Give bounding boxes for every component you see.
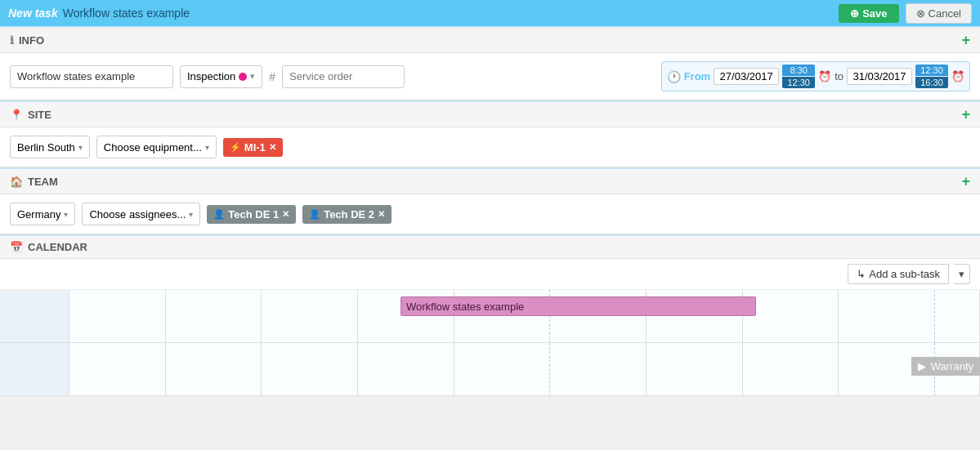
cal-cell-r1c4 [262, 290, 358, 343]
subtask-arrow-icon: ↳ [857, 268, 866, 280]
to-date[interactable]: 31/03/2017 [847, 68, 912, 85]
info-section: ℹ INFO + Inspection ▾ # 🕐 From 27/03/201… [0, 26, 980, 100]
site-body: Berlin South ▾ Choose equipment... ▾ ⚡ M… [0, 127, 980, 167]
inspection-color-dot [239, 73, 247, 81]
cal-cell-r1c1 [0, 290, 69, 343]
calendar-icon: 📅 [10, 241, 23, 253]
inspection-chevron-icon: ▾ [250, 71, 255, 82]
cal-cell-r2c2 [69, 343, 166, 396]
mi1-remove-button[interactable]: ✕ [269, 142, 276, 153]
tech2-remove-button[interactable]: ✕ [378, 209, 385, 220]
lightning-icon: ⚡ [230, 142, 241, 153]
team-body: Germany ▾ Choose assignees... ▾ 👤 Tech D… [0, 194, 980, 234]
info-icon: ℹ [10, 34, 14, 47]
location-label: Berlin South [17, 141, 75, 154]
team-section: 🏠 TEAM + Germany ▾ Choose assignees... ▾… [0, 167, 980, 234]
site-pin-icon: 📍 [10, 109, 23, 121]
equipment-placeholder: Choose equipment... [104, 141, 202, 154]
inspection-label: Inspection [187, 70, 235, 82]
header-actions: ⊕ Save ⊗ Cancel [839, 3, 972, 24]
tech1-label: Tech DE 1 [228, 208, 279, 221]
tech2-label: Tech DE 2 [324, 208, 374, 221]
team-section-header: 🏠 TEAM + [0, 167, 980, 194]
cal-cell-r1c11 [935, 290, 980, 343]
datetime-widget: 🕐 From 27/03/2017 8:30 12:30 ⏰ to 31/03/… [661, 61, 970, 91]
warranty-label: Warranty [931, 360, 973, 372]
team-add-button[interactable]: + [961, 174, 970, 189]
calendar-section: 📅 CALENDAR ↳ Add a sub-task ▾ [0, 234, 980, 396]
task-name-input[interactable] [10, 65, 173, 88]
cal-cell-r2c9 [743, 343, 839, 396]
warranty-area: ▶ Warranty [911, 357, 980, 376]
mi1-label: MI-1 [244, 141, 266, 154]
inspection-dropdown[interactable]: Inspection ▾ [180, 65, 262, 88]
tech2-tag: 👤 Tech DE 2 ✕ [302, 205, 392, 224]
team-title: 🏠 TEAM [10, 176, 58, 188]
cal-cell-r2c4 [262, 343, 358, 396]
country-label: Germany [17, 208, 60, 221]
add-subtask-button[interactable]: ↳ Add a sub-task [848, 264, 949, 284]
info-section-header: ℹ INFO + [0, 26, 980, 53]
calendar-section-header: 📅 CALENDAR [0, 234, 980, 259]
to-label: to [835, 70, 844, 82]
cal-cell-r1c10 [839, 290, 935, 343]
equipment-dropdown[interactable]: Choose equipment... ▾ [96, 136, 217, 158]
cal-cell-r2c7 [550, 343, 647, 396]
warranty-arrow-right-icon: ▶ [918, 360, 926, 372]
service-order-input[interactable] [282, 65, 405, 88]
cal-cell-r1c9 [743, 290, 839, 343]
app-header: New task Workflow states example ⊕ Save … [0, 0, 980, 26]
calendar-task-bar[interactable]: Workflow states example [401, 296, 756, 316]
info-title: ℹ INFO [10, 34, 44, 47]
site-section-header: 📍 SITE + [0, 100, 980, 127]
save-button[interactable]: ⊕ Save [839, 4, 898, 23]
to-time-top[interactable]: 12:30 [915, 65, 948, 76]
location-chevron-icon: ▾ [78, 143, 83, 152]
from-time-top[interactable]: 8:30 [782, 65, 815, 76]
tech1-remove-button[interactable]: ✕ [282, 209, 289, 220]
warranty-badge: ▶ Warranty [911, 357, 980, 376]
clock-left-icon: 🕐 [667, 70, 681, 83]
assignees-placeholder: Choose assignees... [89, 208, 186, 221]
cal-cell-r2c1 [0, 343, 69, 396]
task-subtitle: Workflow states example [63, 7, 190, 20]
from-time-bottom[interactable]: 12:30 [782, 77, 815, 88]
cal-cell-r2c5 [358, 343, 454, 396]
location-dropdown[interactable]: Berlin South ▾ [10, 136, 90, 158]
mi1-tag: ⚡ MI-1 ✕ [223, 138, 283, 157]
from-time-stack: 8:30 12:30 [782, 65, 815, 88]
assignees-chevron-icon: ▾ [189, 210, 193, 219]
cancel-icon: ⊗ [916, 7, 925, 20]
info-body: Inspection ▾ # 🕐 From 27/03/2017 8:30 12… [0, 53, 980, 100]
calendar-title: 📅 CALENDAR [10, 241, 87, 253]
cal-cell-r2c6 [454, 343, 551, 396]
save-plus-icon: ⊕ [850, 7, 859, 20]
cal-cell-r1c2 [69, 290, 166, 343]
site-add-button[interactable]: + [961, 107, 970, 122]
country-dropdown[interactable]: Germany ▾ [10, 203, 75, 225]
hash-symbol: # [269, 70, 275, 83]
calendar-grid: Workflow states example ▶ Warranty [0, 290, 980, 396]
from-date[interactable]: 27/03/2017 [714, 68, 779, 85]
new-task-label: New task [8, 7, 58, 20]
to-time-bottom[interactable]: 16:30 [915, 77, 948, 88]
header-title-area: New task Workflow states example [8, 7, 190, 20]
to-clock-icon: ⏰ [951, 70, 964, 82]
calendar-toolbar: ↳ Add a sub-task ▾ [0, 259, 980, 290]
site-title: 📍 SITE [10, 109, 51, 121]
calendar-task-label: Workflow states example [406, 301, 524, 313]
cancel-button[interactable]: ⊗ Cancel [906, 3, 972, 24]
site-section: 📍 SITE + Berlin South ▾ Choose equipment… [0, 100, 980, 167]
from-label: From [684, 70, 711, 82]
to-time-stack: 12:30 16:30 [915, 65, 948, 88]
info-add-button[interactable]: + [961, 33, 970, 47]
add-subtask-dropdown-button[interactable]: ▾ [954, 264, 970, 284]
user2-icon: 👤 [309, 209, 320, 220]
team-house-icon: 🏠 [10, 176, 23, 188]
from-clock-icon: ⏰ [818, 70, 831, 82]
equipment-chevron-icon: ▾ [205, 143, 209, 152]
assignees-dropdown[interactable]: Choose assignees... ▾ [82, 203, 200, 225]
user1-icon: 👤 [213, 209, 225, 220]
cal-cell-r2c8 [647, 343, 743, 396]
country-chevron-icon: ▾ [64, 210, 68, 219]
